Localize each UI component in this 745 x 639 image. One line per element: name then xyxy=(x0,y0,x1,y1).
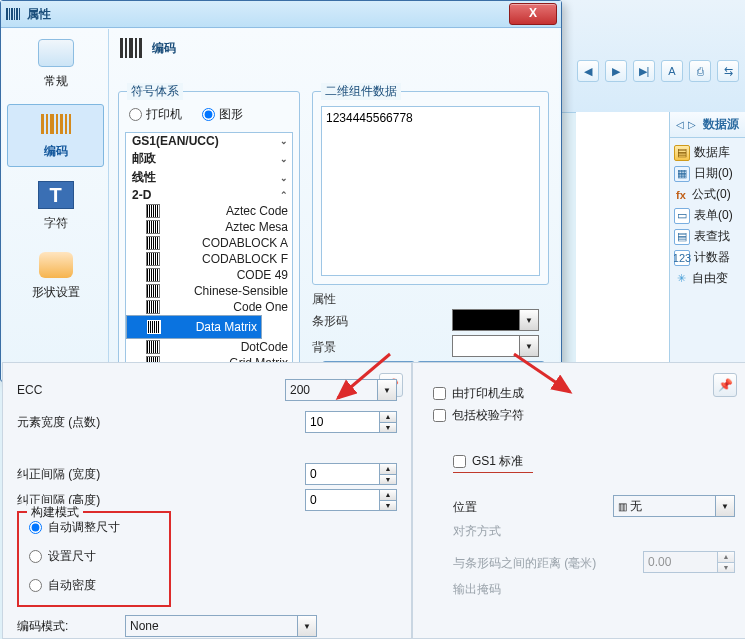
text-icon: T xyxy=(38,181,74,209)
spin-down-icon[interactable]: ▼ xyxy=(380,475,396,485)
tree-codeone[interactable]: Code One xyxy=(126,299,292,315)
chk-gs1-standard[interactable]: GS1 标准 xyxy=(453,453,533,473)
svg-rect-9 xyxy=(56,114,58,134)
spin-up-icon[interactable]: ▲ xyxy=(380,412,396,423)
ds-date[interactable]: ▦日期(0) xyxy=(674,163,741,184)
table-lookup-icon: ▤ xyxy=(674,229,690,245)
svg-rect-7 xyxy=(46,114,48,134)
svg-rect-13 xyxy=(120,38,123,58)
align-label: 对齐方式 xyxy=(453,523,501,540)
radio-auto-density[interactable]: 自动密度 xyxy=(19,571,169,600)
tree-codablockF[interactable]: CODABLOCK F xyxy=(126,251,292,267)
tree-aztecmesa[interactable]: Aztec Mesa xyxy=(126,219,292,235)
tree-datamatrix[interactable]: Data Matrix xyxy=(126,315,262,339)
symbology-icon xyxy=(146,340,160,354)
ds-lookup[interactable]: ▤表查找 xyxy=(674,226,741,247)
barcode-icon xyxy=(5,6,21,22)
svg-rect-8 xyxy=(50,114,54,134)
build-mode-legend: 构建模式 xyxy=(27,504,83,521)
symbology-icon xyxy=(146,268,160,282)
scroll-right-icon[interactable]: ▷ xyxy=(688,119,696,130)
chk-include-check[interactable]: 包括校验字符 xyxy=(433,407,524,424)
encode-heading: 编码 xyxy=(152,40,176,57)
symbology-icon xyxy=(147,320,161,334)
chk-printer-generated[interactable]: 由打印机生成 xyxy=(433,385,524,402)
tab-shape[interactable]: 形状设置 xyxy=(3,242,108,311)
ds-form[interactable]: ▭表单(0) xyxy=(674,205,741,226)
nav-next-icon[interactable]: ▶ xyxy=(605,60,627,82)
swap-icon[interactable]: ⇆ xyxy=(717,60,739,82)
svg-rect-5 xyxy=(19,8,20,20)
svg-rect-15 xyxy=(129,38,133,58)
symbology-icon xyxy=(146,236,160,250)
properties-dialog: 属性 X 常规 编码 T 字符 xyxy=(0,0,562,382)
position-select[interactable]: ▥ 无▼ xyxy=(613,495,735,517)
tab-general[interactable]: 常规 xyxy=(3,29,108,100)
chevron-down-icon: ▼ xyxy=(377,380,396,400)
spin-up-icon[interactable]: ▲ xyxy=(380,490,396,501)
tab-encode[interactable]: 编码 xyxy=(7,104,104,167)
encode-mode-select[interactable]: None▼ xyxy=(125,615,317,637)
radio-fixed-size[interactable]: 设置尺寸 xyxy=(19,542,169,571)
spin-down-icon[interactable]: ▼ xyxy=(380,423,396,433)
nav-prev-icon[interactable]: ◀ xyxy=(577,60,599,82)
svg-rect-4 xyxy=(16,8,18,20)
tree-2d[interactable]: 2-D⌃ xyxy=(126,187,292,203)
pin-button[interactable]: 📌 xyxy=(713,373,737,397)
ribbon-quick-icons: ◀ ▶ ▶| A ⎙ ⇆ xyxy=(577,60,739,82)
distance-input: ▲▼ xyxy=(643,551,735,573)
radio-graphic[interactable]: 图形 xyxy=(202,106,243,123)
symbology-group: 符号体系 打印机 图形 GS1(EAN/UCC)⌄ 邮政⌄ 线性⌄ 2-D⌃ A… xyxy=(118,91,300,387)
ds-free[interactable]: ✳自由变 xyxy=(674,268,741,289)
build-mode-group: 构建模式 自动调整尺寸 设置尺寸 自动密度 xyxy=(17,511,171,607)
data-textarea[interactable] xyxy=(321,106,540,276)
attr-legend: 属性 xyxy=(312,291,336,308)
svg-rect-3 xyxy=(14,8,15,20)
scroll-left-icon[interactable]: ◁ xyxy=(676,119,684,130)
font-icon[interactable]: A xyxy=(661,60,683,82)
tree-gs1[interactable]: GS1(EAN/UCC)⌄ xyxy=(126,133,292,149)
tree-codablockA[interactable]: CODABLOCK A xyxy=(126,235,292,251)
nav-last-icon[interactable]: ▶| xyxy=(633,60,655,82)
spin-down-icon: ▼ xyxy=(718,563,734,573)
spin-up-icon[interactable]: ▲ xyxy=(380,464,396,475)
ds-serial[interactable]: 123计数器 xyxy=(674,247,741,268)
chevron-down-icon: ⌄ xyxy=(280,154,288,164)
symbology-tree[interactable]: GS1(EAN/UCC)⌄ 邮政⌄ 线性⌄ 2-D⌃ Aztec Code Az… xyxy=(125,132,293,380)
tree-linear[interactable]: 线性⌄ xyxy=(126,168,292,187)
tree-aztec[interactable]: Aztec Code xyxy=(126,203,292,219)
barcode-icon xyxy=(118,35,144,61)
barcode-color-label: 条形码 xyxy=(312,313,348,330)
chevron-down-icon: ▼ xyxy=(519,310,538,330)
print-icon[interactable]: ⎙ xyxy=(689,60,711,82)
shape-icon xyxy=(39,252,73,278)
chevron-up-icon: ⌃ xyxy=(280,190,288,200)
fx-icon: fx xyxy=(674,188,688,202)
spin-up-icon: ▲ xyxy=(718,552,734,563)
svg-rect-6 xyxy=(41,114,44,134)
element-width-input[interactable]: ▲▼ xyxy=(305,411,397,433)
ecc-select[interactable]: 200▼ xyxy=(285,379,397,401)
barcode-color-combo[interactable]: ▼ xyxy=(452,309,539,331)
tree-postal[interactable]: 邮政⌄ xyxy=(126,149,292,168)
calendar-icon: ▦ xyxy=(674,166,690,182)
ds-database[interactable]: ▤数据库 xyxy=(674,142,741,163)
symbology-icon xyxy=(146,300,160,314)
radio-printer[interactable]: 打印机 xyxy=(129,106,182,123)
chevron-down-icon: ⌄ xyxy=(280,173,288,183)
col-gap-input[interactable]: ▲▼ xyxy=(305,489,397,511)
tab-text[interactable]: T 字符 xyxy=(3,171,108,242)
spin-down-icon[interactable]: ▼ xyxy=(380,501,396,511)
svg-rect-14 xyxy=(125,38,127,58)
close-button[interactable]: X xyxy=(509,3,557,25)
background-color-combo[interactable]: ▼ xyxy=(452,335,539,357)
data-group: 二维组件数据 xyxy=(312,91,549,285)
tree-code49[interactable]: CODE 49 xyxy=(126,267,292,283)
tree-chinese[interactable]: Chinese-Sensible xyxy=(126,283,292,299)
ds-formula[interactable]: fx公式(0) xyxy=(674,184,741,205)
tree-dotcode[interactable]: DotCode xyxy=(126,339,292,355)
mask-label: 输出掩码 xyxy=(453,581,501,598)
counter-icon: 123 xyxy=(674,250,690,266)
element-width-label: 元素宽度 (点数) xyxy=(17,414,100,431)
row-gap-input[interactable]: ▲▼ xyxy=(305,463,397,485)
